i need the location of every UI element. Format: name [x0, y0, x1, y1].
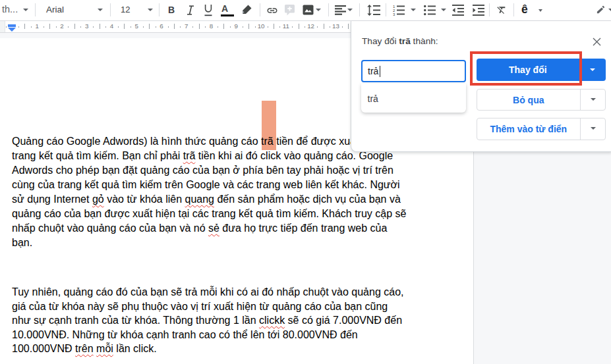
svg-text:3: 3 — [393, 13, 395, 16]
